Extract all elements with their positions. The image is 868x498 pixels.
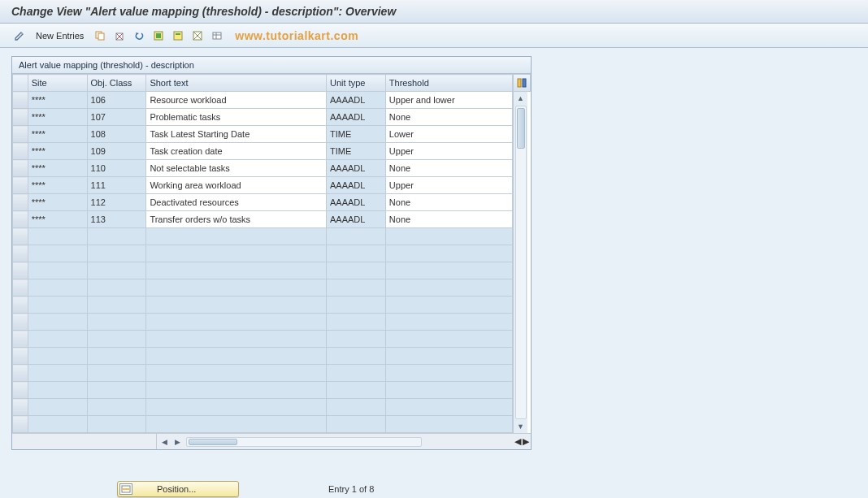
table-row-empty[interactable] bbox=[13, 348, 513, 365]
row-selector[interactable] bbox=[13, 399, 28, 416]
table-row-empty[interactable] bbox=[13, 382, 513, 399]
table-row[interactable]: ****108Task Latest Starting DateTIMELowe… bbox=[13, 126, 513, 143]
col-site[interactable]: Site bbox=[28, 75, 87, 92]
table-row[interactable]: ****111Working area workloadAAAADLUpper bbox=[13, 177, 513, 194]
position-button[interactable]: Position... bbox=[117, 481, 239, 497]
cell-obj-class bbox=[87, 348, 146, 365]
toggle-display-change-icon[interactable] bbox=[11, 28, 28, 44]
table-row-empty[interactable] bbox=[13, 399, 513, 416]
hscroll-thumb[interactable] bbox=[189, 439, 237, 445]
select-all-icon[interactable] bbox=[150, 28, 167, 44]
table-row[interactable]: ****112Deactivated resourcesAAAADLNone bbox=[13, 194, 513, 211]
cell-site: **** bbox=[28, 109, 87, 126]
row-selector[interactable] bbox=[13, 245, 28, 262]
cell-threshold[interactable]: None bbox=[385, 109, 512, 126]
row-selector[interactable] bbox=[13, 92, 28, 109]
row-selector[interactable] bbox=[13, 109, 28, 126]
table-row-empty[interactable] bbox=[13, 416, 513, 433]
cell-threshold bbox=[385, 262, 512, 279]
table-row-empty[interactable] bbox=[13, 228, 513, 245]
cell-short-text[interactable]: Deactivated resources bbox=[146, 194, 327, 211]
col-threshold[interactable]: Threshold bbox=[385, 75, 512, 92]
svg-rect-6 bbox=[176, 33, 180, 35]
cell-short-text bbox=[146, 382, 327, 399]
table-row-empty[interactable] bbox=[13, 297, 513, 314]
horizontal-scrollbar[interactable]: ◀ ▶ bbox=[157, 434, 425, 449]
row-selector-header[interactable] bbox=[13, 75, 28, 92]
cell-short-text[interactable]: Resource workload bbox=[146, 92, 327, 109]
row-selector[interactable] bbox=[13, 416, 28, 433]
deselect-all-icon[interactable] bbox=[189, 28, 206, 44]
table-settings-icon[interactable] bbox=[209, 28, 225, 44]
table-row-empty[interactable] bbox=[13, 262, 513, 279]
scroll-left-icon[interactable]: ◀ bbox=[158, 436, 170, 448]
row-selector[interactable] bbox=[13, 211, 28, 228]
cell-short-text[interactable]: Transfer orders w/o tasks bbox=[146, 211, 327, 228]
select-block-icon[interactable] bbox=[170, 28, 186, 44]
col-obj-class[interactable]: Obj. Class bbox=[87, 75, 146, 92]
table-row-empty[interactable] bbox=[13, 245, 513, 262]
row-selector[interactable] bbox=[13, 177, 28, 194]
row-selector[interactable] bbox=[13, 228, 28, 245]
cell-obj-class: 107 bbox=[87, 109, 146, 126]
cell-short-text[interactable]: Problematic tasks bbox=[146, 109, 327, 126]
row-selector[interactable] bbox=[13, 194, 28, 211]
scroll-thumb[interactable] bbox=[517, 108, 525, 149]
scroll-right2-icon[interactable]: ▶ bbox=[523, 436, 529, 447]
scroll-right-icon[interactable]: ▶ bbox=[171, 436, 183, 448]
new-entries-button[interactable]: New Entries bbox=[31, 29, 89, 42]
row-selector[interactable] bbox=[13, 126, 28, 143]
column-config-icon[interactable] bbox=[513, 74, 531, 92]
table-row-empty[interactable] bbox=[13, 279, 513, 297]
row-selector[interactable] bbox=[13, 297, 28, 314]
row-selector[interactable] bbox=[13, 160, 28, 177]
scroll-left2-icon[interactable]: ◀ bbox=[514, 436, 521, 447]
cell-site: **** bbox=[28, 160, 87, 177]
hscroll-track[interactable] bbox=[186, 437, 422, 447]
cell-short-text[interactable]: Task Latest Starting Date bbox=[146, 126, 327, 143]
cell-threshold[interactable]: None bbox=[385, 211, 512, 228]
row-selector[interactable] bbox=[13, 143, 28, 160]
row-selector[interactable] bbox=[13, 314, 28, 331]
scroll-track[interactable] bbox=[515, 106, 527, 419]
col-short-text[interactable]: Short text bbox=[146, 75, 327, 92]
cell-short-text[interactable]: Task creation date bbox=[146, 143, 327, 160]
cell-unit-type bbox=[327, 297, 386, 314]
delete-icon[interactable] bbox=[111, 28, 128, 44]
cell-threshold[interactable]: Lower bbox=[385, 126, 512, 143]
table-row-empty[interactable] bbox=[13, 314, 513, 331]
table-row-empty[interactable] bbox=[13, 331, 513, 348]
cell-short-text bbox=[146, 228, 327, 245]
cell-obj-class bbox=[87, 297, 146, 314]
table-row[interactable]: ****110Not selectable tasksAAAADLNone bbox=[13, 160, 513, 177]
cell-threshold[interactable]: None bbox=[385, 160, 512, 177]
scroll-up-icon[interactable]: ▲ bbox=[515, 93, 527, 104]
row-selector[interactable] bbox=[13, 365, 28, 382]
vertical-scrollbar[interactable]: ▲ ▼ bbox=[513, 92, 527, 433]
cell-obj-class: 111 bbox=[87, 177, 146, 194]
cell-short-text[interactable]: Working area workload bbox=[146, 177, 327, 194]
cell-threshold[interactable]: Upper bbox=[385, 177, 512, 194]
cell-obj-class: 112 bbox=[87, 194, 146, 211]
col-unit-type[interactable]: Unit type bbox=[327, 75, 386, 92]
undo-icon[interactable] bbox=[131, 28, 147, 44]
cell-obj-class bbox=[87, 416, 146, 433]
table-row[interactable]: ****109Task creation dateTIMEUpper bbox=[13, 143, 513, 160]
cell-threshold[interactable]: Upper bbox=[385, 143, 512, 160]
cell-unit-type: TIME bbox=[327, 143, 386, 160]
cell-short-text[interactable]: Not selectable tasks bbox=[146, 160, 327, 177]
table-row[interactable]: ****107Problematic tasksAAAADLNone bbox=[13, 109, 513, 126]
cell-threshold[interactable]: Upper and lower bbox=[385, 92, 512, 109]
table-row[interactable]: ****113Transfer orders w/o tasksAAAADLNo… bbox=[13, 211, 513, 228]
row-selector[interactable] bbox=[13, 279, 28, 297]
table-row[interactable]: ****106Resource workloadAAAADLUpper and … bbox=[13, 92, 513, 109]
scroll-down-icon[interactable]: ▼ bbox=[515, 421, 527, 432]
copy-as-icon[interactable] bbox=[92, 28, 108, 44]
table-row-empty[interactable] bbox=[13, 365, 513, 382]
row-selector[interactable] bbox=[13, 331, 28, 348]
row-selector[interactable] bbox=[13, 348, 28, 365]
row-selector[interactable] bbox=[13, 382, 28, 399]
cell-threshold[interactable]: None bbox=[385, 194, 512, 211]
row-selector[interactable] bbox=[13, 262, 28, 279]
cell-site: **** bbox=[28, 126, 87, 143]
